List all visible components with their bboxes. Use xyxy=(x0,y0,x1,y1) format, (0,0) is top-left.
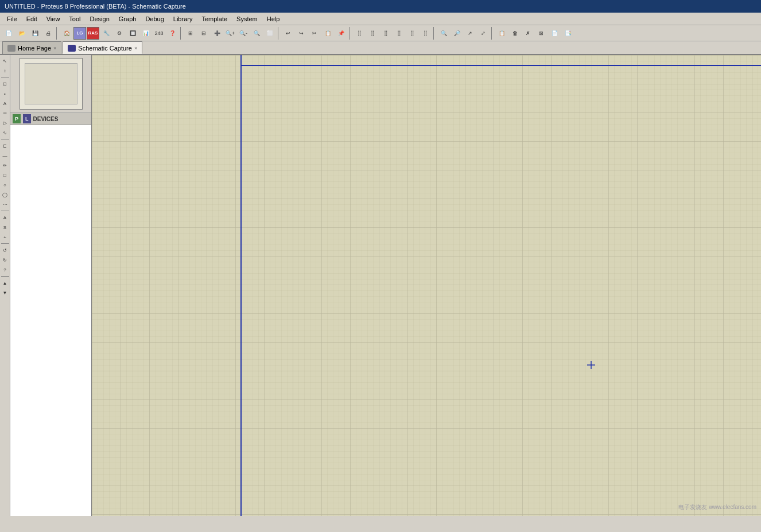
lt-symbol[interactable]: S xyxy=(1,223,10,232)
tb-open[interactable]: 📂 xyxy=(15,27,28,40)
lt-rotate2[interactable]: ↻ xyxy=(1,255,10,265)
tb-b5[interactable]: 🔲 xyxy=(126,27,139,40)
tb-paste[interactable]: 📌 xyxy=(335,27,347,40)
lt-dots[interactable]: ⋯ xyxy=(1,200,10,209)
tb-prop1[interactable]: 📋 xyxy=(495,27,508,40)
lt-component[interactable]: ⊡ xyxy=(1,79,10,88)
tb-home[interactable]: 🏠 xyxy=(60,27,73,40)
tab-homepage-label: Home Page xyxy=(18,45,51,52)
tb-zoom-in[interactable]: 🔍+ xyxy=(224,27,236,40)
tb-align4[interactable]: ⣿ xyxy=(393,27,405,40)
lt-pin[interactable]: — xyxy=(1,151,10,160)
tb-zoom-r4[interactable]: ⤢ xyxy=(477,27,490,40)
lt-junction[interactable]: • xyxy=(1,89,10,98)
lt-up[interactable]: ▲ xyxy=(1,278,10,288)
lt-box[interactable]: □ xyxy=(1,170,10,180)
tb-align5[interactable]: ⣿ xyxy=(406,27,418,40)
tb-prop5[interactable]: 📄 xyxy=(548,27,561,40)
tb-new[interactable]: 📄 xyxy=(2,27,15,40)
left-toolbar: ↖ ↕ ⊡ • A ═ ▷ ∿ ⊏ — ✏ □ ○ ◯ ⋯ A S + ↺ ↻ … xyxy=(0,55,10,516)
tb-align3[interactable]: ⣿ xyxy=(379,27,392,40)
tb-print[interactable]: 🖨 xyxy=(42,27,55,40)
tb-b8[interactable]: ❓ xyxy=(166,27,178,40)
tb-prop6[interactable]: 📑 xyxy=(561,27,574,40)
lt-port[interactable]: ⊏ xyxy=(1,141,10,150)
lt-rotate[interactable]: ↺ xyxy=(1,246,10,255)
tb-zoom-r3[interactable]: ↗ xyxy=(464,27,476,40)
menu-view[interactable]: View xyxy=(42,14,65,24)
menu-debug[interactable]: Debug xyxy=(141,14,168,24)
tb-cut[interactable]: ✂ xyxy=(308,27,321,40)
devices-btn-p[interactable]: P xyxy=(13,114,21,123)
lt-bus[interactable]: ═ xyxy=(1,108,10,118)
toolbar-sep-4 xyxy=(349,27,351,40)
tb-align6[interactable]: ⣿ xyxy=(419,27,432,40)
tb-undo[interactable]: ↩ xyxy=(282,27,294,40)
tb-b6[interactable]: 📊 xyxy=(139,27,152,40)
tb-prop3[interactable]: ✗ xyxy=(522,27,534,40)
menu-tool[interactable]: Tool xyxy=(64,14,85,24)
tb-prop4[interactable]: ⊠ xyxy=(535,27,548,40)
tab-schematic-close[interactable]: × xyxy=(134,45,137,51)
menu-file[interactable]: File xyxy=(2,14,22,24)
tb-zoom-r2[interactable]: 🔎 xyxy=(451,27,463,40)
lt-draw[interactable]: ✏ xyxy=(1,161,10,170)
devices-btn-l[interactable]: L xyxy=(23,114,31,123)
tb-align2[interactable]: ⣿ xyxy=(366,27,379,40)
tb-prop2[interactable]: 🗑 xyxy=(508,27,521,40)
devices-list[interactable] xyxy=(10,125,91,516)
toolbar-sep-2 xyxy=(180,27,183,40)
tb-zoom-r1[interactable]: 🔍 xyxy=(437,27,450,40)
lt-down[interactable]: ▼ xyxy=(1,288,10,297)
menu-template[interactable]: Template xyxy=(197,14,232,24)
schematic-tab-icon xyxy=(68,45,76,52)
tb-zoom-area[interactable]: ⬜ xyxy=(263,27,276,40)
tab-schematic[interactable]: Schematic Capture × xyxy=(63,41,142,54)
menu-help[interactable]: Help xyxy=(262,14,285,24)
tb-cross[interactable]: ⊟ xyxy=(197,27,210,40)
lt-arc[interactable]: ◯ xyxy=(1,190,10,199)
tb-b7[interactable]: 248 xyxy=(153,27,165,40)
menu-library[interactable]: Library xyxy=(169,14,197,24)
tb-b1[interactable]: LG xyxy=(73,27,86,40)
tb-zoom-full[interactable]: 🔍 xyxy=(250,27,263,40)
menu-bar: File Edit View Tool Design Graph Debug L… xyxy=(0,13,761,25)
left-panel: P L DEVICES xyxy=(10,55,92,516)
minimap[interactable] xyxy=(20,58,83,110)
toolbar-1: 📄 📂 💾 🖨 🏠 LG RAS 🔧 ⚙ 🔲 📊 248 ❓ ⊞ ⊟ ➕ 🔍+ … xyxy=(0,25,761,41)
tb-grid[interactable]: ⊞ xyxy=(184,27,197,40)
lt-sep-1 xyxy=(1,77,9,77)
tb-add[interactable]: ➕ xyxy=(211,27,223,40)
lt-marker[interactable]: + xyxy=(1,232,10,242)
canvas-area[interactable]: 电子发烧友 www.elecfans.com xyxy=(92,55,761,516)
devices-panel: P L DEVICES xyxy=(10,112,91,516)
lt-sub-circuit[interactable]: ▷ xyxy=(1,118,10,127)
lt-question[interactable]: ? xyxy=(1,265,10,274)
lt-select[interactable]: ↖ xyxy=(1,56,10,65)
tb-copy[interactable]: 📋 xyxy=(321,27,334,40)
lt-text[interactable]: A xyxy=(1,213,10,222)
menu-edit[interactable]: Edit xyxy=(22,14,42,24)
tb-b3[interactable]: 🔧 xyxy=(100,27,112,40)
title-text: UNTITLED - Proteus 8 Professional (BETA)… xyxy=(5,3,186,10)
tb-align1[interactable]: ⣿ xyxy=(353,27,366,40)
lt-sep-2 xyxy=(1,139,9,139)
tb-b2[interactable]: RAS xyxy=(87,27,99,40)
menu-system[interactable]: System xyxy=(232,14,262,24)
tb-zoom-out[interactable]: 🔍- xyxy=(237,27,250,40)
lt-terminal[interactable]: ∿ xyxy=(1,128,10,137)
lt-wire-label[interactable]: A xyxy=(1,99,10,108)
lt-arrow[interactable]: ↕ xyxy=(1,66,10,75)
tb-b4[interactable]: ⚙ xyxy=(113,27,126,40)
tb-save[interactable]: 💾 xyxy=(29,27,41,40)
menu-design[interactable]: Design xyxy=(86,14,114,24)
lt-circle[interactable]: ○ xyxy=(1,180,10,189)
tab-homepage-close[interactable]: × xyxy=(53,45,56,51)
tb-redo[interactable]: ↪ xyxy=(295,27,308,40)
minimap-inner xyxy=(25,63,77,104)
tab-bar: Home Page × Schematic Capture × xyxy=(0,41,761,55)
lt-sep-5 xyxy=(1,276,9,277)
menu-graph[interactable]: Graph xyxy=(114,14,141,24)
tab-homepage[interactable]: Home Page × xyxy=(2,41,61,54)
tab-schematic-label: Schematic Capture xyxy=(78,45,132,52)
